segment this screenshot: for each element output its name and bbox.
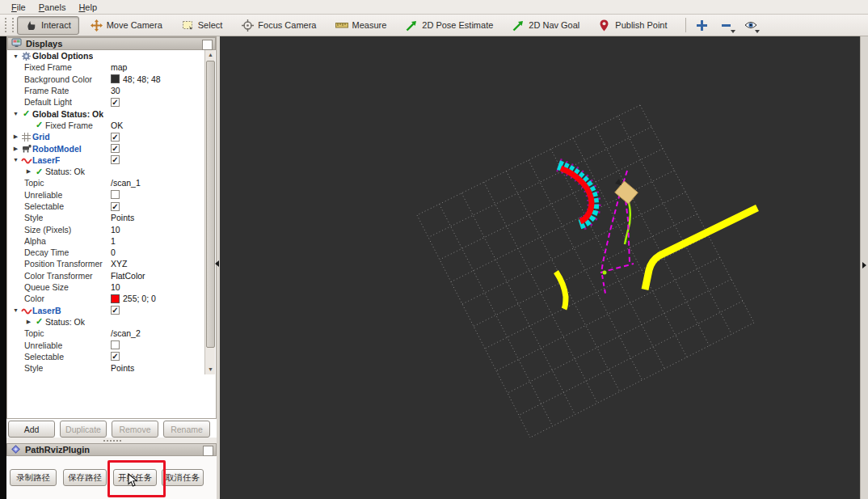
tree-row[interactable]: ▶Grid✓ [8, 131, 206, 142]
tree-row[interactable]: Frame Rate30 [8, 85, 206, 96]
property-value[interactable]: XYZ [111, 259, 127, 269]
tree-row[interactable]: Selectable✓ [8, 201, 206, 212]
viewport-canvas[interactable] [220, 36, 860, 499]
displays-panel-detach-button[interactable] [202, 40, 213, 50]
collapse-arrow-icon[interactable]: ▶ [24, 319, 33, 325]
property-value[interactable]: ✓ [111, 306, 120, 315]
property-value[interactable]: ✓ [111, 98, 120, 107]
displays-panel-header[interactable]: Displays [7, 37, 216, 50]
menu-file[interactable]: File [5, 2, 32, 13]
tree-row[interactable]: Unreliable [8, 339, 206, 350]
tree-row[interactable]: Size (Pixels)10 [8, 223, 206, 235]
tree-row[interactable]: ▼LaserF✓ [8, 154, 206, 166]
tool-publish-point[interactable]: Publish Point [591, 16, 675, 35]
tool-select[interactable]: Select [174, 16, 231, 35]
tree-row[interactable]: Unreliable [8, 189, 206, 201]
tree-row[interactable]: Background Color48; 48; 48 [8, 74, 206, 85]
tree-row[interactable]: Selectable✓ [8, 351, 206, 362]
property-value[interactable]: map [111, 62, 127, 72]
property-value[interactable]: 30 [111, 86, 120, 95]
tree-row[interactable]: ▼✓Global Status: Ok [8, 108, 206, 119]
property-value[interactable]: Points [111, 213, 134, 222]
plugin-button-1[interactable]: 录制路径 [10, 469, 57, 486]
tree-row[interactable]: Default Light✓ [8, 96, 206, 108]
tool-measure[interactable]: Measure [327, 16, 394, 35]
checkbox-checked[interactable]: ✓ [111, 352, 120, 361]
panel-collapse-strip-right[interactable] [860, 36, 868, 499]
toolbar-action-minus-icon[interactable] [717, 17, 736, 33]
scroll-down-arrow[interactable]: ▼ [205, 365, 216, 374]
tool-2d-nav-goal[interactable]: 2D Nav Goal [504, 16, 588, 35]
expand-arrow-icon[interactable]: ▼ [11, 157, 20, 163]
property-value[interactable]: Points [111, 363, 134, 373]
tree-scrollbar[interactable]: ▲ ▼ [204, 50, 215, 374]
tree-row[interactable]: Queue Size10 [8, 281, 206, 293]
scroll-thumb[interactable] [206, 61, 215, 348]
menu-help[interactable]: Help [72, 2, 103, 13]
checkbox-checked[interactable]: ✓ [111, 202, 120, 211]
property-value[interactable]: FlatColor [111, 271, 145, 281]
collapse-arrow-icon[interactable]: ▶ [11, 146, 20, 152]
plugin-button-2[interactable]: 保存路径 [63, 469, 107, 486]
tool-focus-camera[interactable]: Focus Camera [234, 16, 324, 35]
expand-arrow-icon[interactable]: ▼ [11, 111, 20, 116]
add-button[interactable]: Add [8, 421, 55, 438]
property-value[interactable]: OK [111, 121, 123, 130]
collapse-left-arrow-icon[interactable] [215, 260, 219, 267]
checkbox-unchecked[interactable] [111, 340, 120, 349]
tree-row[interactable]: ▶✓Status: Ok [8, 166, 206, 177]
tree-row[interactable]: Decay Time0 [8, 247, 206, 258]
expand-arrow-icon[interactable]: ▼ [11, 307, 20, 313]
plugin-button-4[interactable]: 取消任务 [162, 469, 204, 486]
tree-row[interactable]: Topic/scan_2 [8, 328, 206, 339]
menu-panels[interactable]: Panels [32, 2, 73, 13]
tree-row[interactable]: ▶✓Status: Ok [8, 316, 206, 328]
collapse-right-arrow-icon[interactable] [862, 262, 866, 269]
property-value[interactable] [111, 190, 120, 199]
plugin-button-3[interactable]: 开始任务 [113, 469, 157, 486]
rename-button[interactable]: Rename [163, 421, 210, 438]
tree-row[interactable]: Position TransformerXYZ [8, 258, 206, 269]
tree-row[interactable]: Alpha1 [8, 235, 206, 247]
tree-row[interactable]: ✓Fixed FrameOK [8, 120, 206, 131]
plugin-panel-header[interactable]: PathRvizPlugin [6, 443, 217, 456]
property-value[interactable]: ✓ [111, 352, 120, 361]
tool-interact[interactable]: Interact [17, 16, 79, 35]
property-value[interactable]: ✓ [111, 155, 120, 164]
property-value[interactable]: ✓ [111, 202, 120, 211]
property-value[interactable]: 10 [111, 225, 120, 235]
tree-row[interactable]: ▼LaserB✓ [8, 305, 206, 316]
property-value[interactable]: /scan_1 [111, 178, 141, 188]
checkbox-checked[interactable]: ✓ [111, 144, 120, 153]
tree-row[interactable]: StylePoints [8, 212, 206, 223]
collapse-arrow-icon[interactable]: ▶ [24, 168, 33, 175]
scroll-up-arrow[interactable]: ▲ [205, 50, 216, 60]
property-value[interactable]: 255; 0; 0 [111, 294, 156, 303]
property-value[interactable]: /scan_2 [111, 328, 141, 338]
duplicate-button[interactable]: Duplicate [60, 421, 107, 438]
property-value[interactable]: 1 [111, 236, 116, 246]
remove-button[interactable]: Remove [112, 421, 158, 438]
property-value[interactable]: 48; 48; 48 [111, 74, 161, 84]
checkbox-checked[interactable]: ✓ [111, 306, 120, 315]
panel-splitter[interactable] [6, 438, 217, 443]
tree-row[interactable]: Fixed Framemap [8, 61, 206, 73]
toolbar-drag-handle[interactable] [5, 18, 14, 32]
tool-move-camera[interactable]: Move Camera [82, 16, 171, 35]
expand-arrow-icon[interactable]: ▼ [11, 53, 20, 59]
tool-2d-pose-estimate[interactable]: 2D Pose Estimate [398, 16, 501, 35]
property-value[interactable]: 0 [111, 247, 116, 257]
property-value[interactable] [111, 340, 120, 349]
tree-row[interactable]: Topic/scan_1 [8, 177, 206, 188]
checkbox-checked[interactable]: ✓ [111, 133, 120, 142]
toolbar-action-eye-icon[interactable] [741, 17, 761, 33]
property-value[interactable]: 10 [111, 282, 120, 292]
tree-row[interactable]: ▶RobotModel✓ [8, 142, 206, 154]
collapse-arrow-icon[interactable]: ▶ [11, 133, 20, 140]
property-value[interactable]: ✓ [111, 133, 120, 142]
toolbar-action-plus-icon[interactable] [693, 17, 712, 33]
3d-viewport[interactable] [220, 36, 860, 499]
plugin-panel-detach-button[interactable] [203, 446, 213, 456]
property-value[interactable]: ✓ [111, 144, 120, 153]
tree-row[interactable]: StylePoints [8, 362, 206, 374]
